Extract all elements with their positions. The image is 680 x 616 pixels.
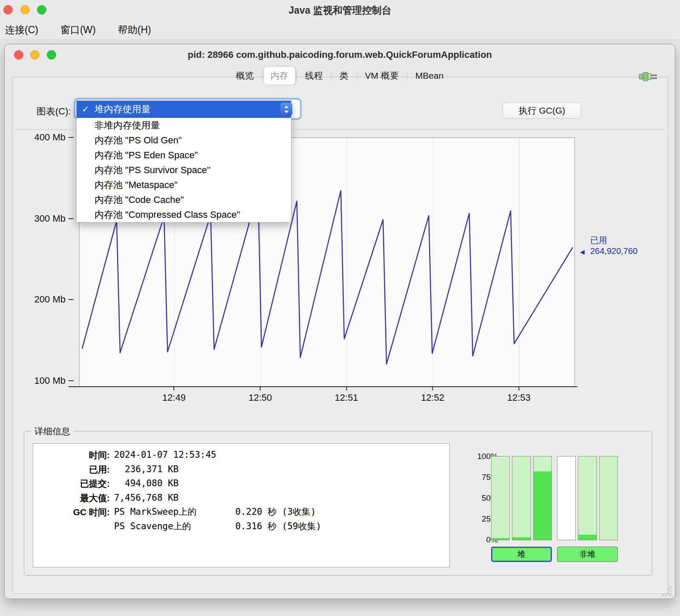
combo-arrow-button[interactable]: [280, 103, 292, 116]
gc-collector-name: PS Scavenge上的: [114, 519, 235, 534]
dropdown-option-ps-survivor[interactable]: 内存池 "PS Survivor Space": [77, 163, 291, 177]
dropdown-option-compressed-class[interactable]: 内存池 "Compressed Class Space": [77, 207, 291, 222]
menu-item-help[interactable]: 帮助(H): [116, 23, 153, 37]
tab-divider: [331, 71, 331, 81]
menu-item-connection[interactable]: 连接(C): [3, 23, 40, 37]
detail-label: 最大值:: [33, 491, 114, 505]
tab-vm-summary[interactable]: VM 概要: [358, 67, 406, 85]
pool-bar: [512, 456, 531, 540]
monitor-window: pid: 28966 com.github.paicoding.forum.we…: [4, 44, 675, 599]
dropdown-option-label: 堆内存使用量: [94, 101, 151, 118]
pool-bar: [491, 456, 510, 540]
tab-mbean[interactable]: MBean: [409, 68, 451, 84]
tab-divider: [407, 71, 407, 81]
nonheap-button[interactable]: 非堆: [557, 547, 618, 562]
tab-classes[interactable]: 类: [333, 67, 355, 85]
tab-overview[interactable]: 概览: [229, 67, 261, 85]
annotation-value: 264,920,760: [590, 246, 637, 257]
detail-value: 2024-01-07 12:53:45: [114, 448, 216, 462]
menu-item-window[interactable]: 窗口(W): [59, 23, 97, 37]
detail-row-committed: 已提交: 494,080 KB: [33, 476, 449, 491]
detail-row-max: 最大值: 7,456,768 KB: [33, 491, 449, 505]
details-text-panel: 时间: 2024-01-07 12:53:45 已用: 236,371 KB 已…: [33, 443, 450, 568]
detail-label: [33, 519, 114, 534]
heap-button[interactable]: 堆: [491, 547, 552, 562]
detail-value: 7,456,768 KB: [114, 491, 179, 505]
tab-threads[interactable]: 线程: [298, 67, 330, 85]
detail-label: GC 时间:: [33, 505, 114, 519]
dropdown-option-ps-eden-space[interactable]: 内存池 "PS Eden Space": [77, 148, 291, 163]
annotation-series-label: 已用: [590, 235, 637, 246]
tab-bar: 概览 内存 线程 类 VM 概要 MBean: [229, 66, 451, 85]
tab-memory[interactable]: 内存: [264, 67, 295, 85]
chart-type-dropdown: ✓ 堆内存使用量 非堆内存使用量 内存池 "PS Old Gen" 内存池 "P…: [76, 100, 291, 222]
menu-bar: 连接(C) 窗口(W) 帮助(H): [0, 20, 680, 40]
y-tick-label: 200 Mb: [34, 294, 74, 305]
dropdown-option-nonheap[interactable]: 非堆内存使用量: [77, 118, 291, 133]
gc-collector-time: 0.316 秒 (59收集): [235, 519, 321, 534]
nonheap-pool-bars: [557, 456, 618, 540]
y-tick-label: 400 Mb: [34, 132, 74, 143]
x-tick-label: 12:53: [507, 387, 531, 403]
chart-combo-label: 图表(C):: [37, 104, 71, 119]
gc-collector-time: 0.220 秒 (3收集): [235, 505, 316, 519]
inner-titlebar: pid: 28966 com.github.paicoding.forum.we…: [5, 44, 675, 66]
gc-collector-name: PS MarkSweep上的: [114, 505, 235, 519]
tab-divider: [262, 71, 263, 81]
x-tick-label: 12:50: [249, 387, 272, 403]
pool-bar: [599, 456, 618, 540]
detail-row-gc-marksweep: GC 时间: PS MarkSweep上的 0.220 秒 (3收集): [33, 505, 449, 519]
detail-label: 时间:: [33, 448, 114, 462]
tab-divider: [297, 71, 297, 81]
x-tick-label: 12:51: [335, 387, 358, 403]
detail-row-gc-scavenge: PS Scavenge上的 0.316 秒 (59收集): [33, 519, 449, 534]
heap-pool-bars: [491, 456, 552, 540]
detail-row-used: 已用: 236,371 KB: [33, 462, 449, 477]
app-title: Java 监视和管理控制台: [0, 0, 680, 20]
detail-row-time: 时间: 2024-01-07 12:53:45: [33, 448, 449, 462]
outer-titlebar: Java 监视和管理控制台: [0, 0, 680, 20]
detail-value: 494,080 KB: [114, 476, 179, 491]
x-tick-label: 12:49: [162, 387, 186, 403]
pool-bar: [557, 456, 576, 540]
y-axis-ticks: 400 Mb300 Mb200 Mb100 Mb: [13, 137, 74, 386]
x-axis-ticks: 12:4912:5012:5112:5212:53: [79, 387, 575, 405]
details-group-title: 详细信息: [31, 425, 74, 437]
x-tick-label: 12:52: [421, 387, 444, 403]
dropdown-option-code-cache[interactable]: 内存池 "Code Cache": [77, 192, 291, 207]
detail-label: 已用:: [33, 462, 114, 477]
tab-divider: [357, 71, 357, 81]
run-gc-button[interactable]: 执行 GC(G): [503, 103, 581, 119]
detail-label: 已提交:: [33, 476, 114, 491]
detail-value: 236,371 KB: [114, 462, 179, 477]
dropdown-option-metaspace[interactable]: 内存池 "Metaspace": [77, 177, 291, 192]
connection-status-icon: [638, 68, 658, 85]
y-tick-label: 300 Mb: [34, 213, 74, 224]
window-title: pid: 28966 com.github.paicoding.forum.we…: [5, 44, 675, 66]
pool-bar: [533, 456, 552, 540]
checkmark-icon: ✓: [82, 101, 94, 118]
pool-bar: [578, 456, 597, 540]
dropdown-option-heap[interactable]: ✓ 堆内存使用量: [77, 101, 291, 118]
dropdown-option-ps-old-gen[interactable]: 内存池 "PS Old Gen": [77, 133, 291, 148]
current-usage-annotation: 已用 ◀ 264,920,760: [580, 235, 637, 257]
y-tick-label: 100 Mb: [34, 375, 74, 386]
details-groupbox: 详细信息 时间: 2024-01-07 12:53:45 已用: 236,371…: [24, 431, 652, 576]
annotation-marker-icon: ◀: [580, 246, 588, 257]
